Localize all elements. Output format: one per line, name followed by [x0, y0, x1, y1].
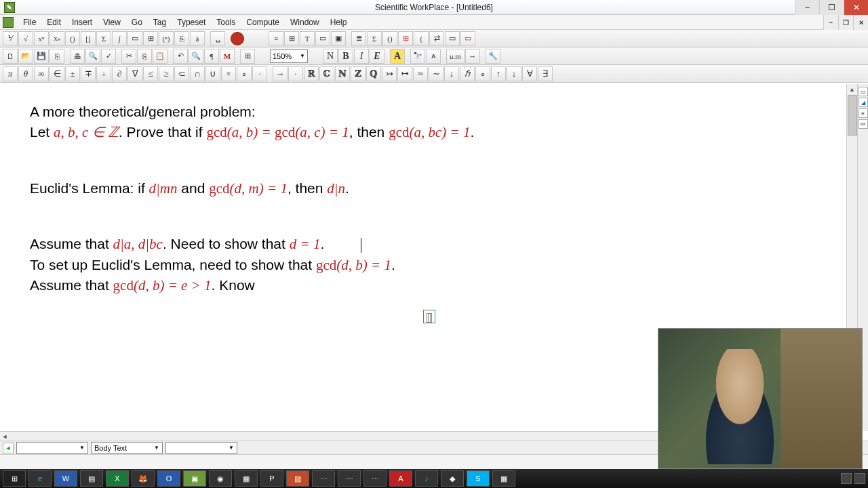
- taskbar-app4[interactable]: ⋯: [338, 470, 361, 487]
- menu-help[interactable]: Help: [325, 16, 353, 29]
- math-toggle-button[interactable]: M: [220, 49, 235, 64]
- taskbar-app6[interactable]: ◆: [441, 470, 464, 487]
- infinity-button[interactable]: ∞: [34, 66, 49, 81]
- scroll-up-icon[interactable]: ▲: [847, 84, 857, 95]
- cap-button[interactable]: ∩: [190, 66, 205, 81]
- uparrow-button[interactable]: ↑: [491, 66, 506, 81]
- binoculars-icon[interactable]: 🔭: [410, 49, 425, 64]
- binom-button[interactable]: (ⁿ): [159, 31, 174, 46]
- zoom-select[interactable]: 150% ▼: [270, 49, 308, 63]
- view-normal-icon[interactable]: ▭: [859, 87, 868, 96]
- divide-button[interactable]: ÷: [96, 66, 111, 81]
- exists-button[interactable]: ∃: [538, 66, 553, 81]
- theta-button[interactable]: θ: [18, 66, 33, 81]
- symbol-a-button[interactable]: ᴀ: [426, 49, 441, 64]
- to-button[interactable]: →: [273, 66, 288, 81]
- space-button[interactable]: ␣: [210, 31, 225, 46]
- menu-tag[interactable]: Tag: [148, 16, 172, 29]
- spell-button[interactable]: ✓: [101, 49, 116, 64]
- rationals-button[interactable]: ℚ: [366, 66, 381, 81]
- tray-icon[interactable]: [841, 473, 852, 484]
- find-button[interactable]: 🔍: [189, 49, 203, 64]
- integers-button[interactable]: ℤ: [351, 66, 366, 81]
- stop-button[interactable]: [231, 32, 244, 45]
- nabla-button[interactable]: ∇: [127, 66, 142, 81]
- subset-button[interactable]: ⊂: [174, 66, 189, 81]
- new-button[interactable]: 🗋: [3, 49, 18, 64]
- paragraph-tag-select[interactable]: Body Text▼: [91, 442, 163, 454]
- dot-button[interactable]: ·: [288, 66, 303, 81]
- sim-button[interactable]: ∼: [429, 66, 443, 81]
- taskbar-acrobat[interactable]: A: [389, 470, 412, 487]
- brackets-button[interactable]: []: [81, 31, 96, 46]
- align-left-icon[interactable]: ≣: [351, 31, 366, 46]
- view-draft-icon[interactable]: ≡: [859, 108, 868, 118]
- normal-font-button[interactable]: N: [323, 49, 338, 64]
- sum-button[interactable]: Σ: [96, 31, 111, 46]
- bigop-button[interactable]: Σ: [367, 31, 382, 46]
- taskbar-ie[interactable]: e: [28, 470, 52, 487]
- system-tray[interactable]: [841, 473, 865, 484]
- delim-button[interactable]: (): [382, 31, 397, 46]
- decoration-button[interactable]: â: [190, 31, 205, 46]
- downarrow-button[interactable]: ↓: [507, 66, 521, 81]
- cup-button[interactable]: ∪: [205, 66, 220, 81]
- down-button[interactable]: ↓: [444, 66, 459, 81]
- scroll-thumb[interactable]: [848, 95, 857, 136]
- forall-button[interactable]: ∀: [522, 66, 537, 81]
- label-button[interactable]: ⎘: [174, 31, 189, 46]
- cases-button[interactable]: {: [414, 31, 429, 46]
- tools-icon[interactable]: 🔧: [486, 49, 500, 64]
- text-tag-select[interactable]: ▼: [165, 442, 237, 454]
- table-insert-button[interactable]: ⊞: [240, 49, 255, 64]
- approx-button[interactable]: ≈: [413, 66, 428, 81]
- menu-edit[interactable]: Edit: [41, 16, 66, 29]
- unit-button[interactable]: u.m: [446, 49, 465, 64]
- bold-button[interactable]: B: [338, 49, 353, 64]
- table-button[interactable]: ⊞: [284, 31, 299, 46]
- taskbar-chrome[interactable]: ◉: [209, 470, 232, 487]
- view-page-icon[interactable]: ◢: [859, 98, 868, 107]
- pi-button[interactable]: π: [3, 66, 18, 81]
- taskbar-explorer[interactable]: ▤: [80, 470, 103, 487]
- taskbar-app3[interactable]: ⋯: [312, 470, 335, 487]
- taskbar-app7[interactable]: ▦: [492, 470, 515, 487]
- display-button[interactable]: ▭: [127, 31, 142, 46]
- taskbar-app1[interactable]: ▦: [235, 470, 258, 487]
- taskbar-word[interactable]: W: [54, 470, 77, 487]
- plusminus-button[interactable]: ±: [65, 66, 80, 81]
- hspace-button[interactable]: ↔: [465, 49, 480, 64]
- copy-button[interactable]: ⎘: [137, 49, 152, 64]
- taskbar-firefox[interactable]: 🦊: [132, 470, 155, 487]
- element-button[interactable]: ∈: [50, 66, 64, 81]
- cdot-button[interactable]: ·: [252, 66, 267, 81]
- saveall-button[interactable]: ⎘: [50, 49, 64, 64]
- italic-button[interactable]: I: [354, 49, 369, 64]
- close-button[interactable]: ✕: [844, 0, 868, 15]
- minusplus-button[interactable]: ∓: [81, 66, 96, 81]
- partial-button[interactable]: ∂: [112, 66, 127, 81]
- menu-view[interactable]: View: [98, 16, 126, 29]
- tag-nav-icon[interactable]: ◄: [3, 443, 14, 453]
- taskbar-ppt[interactable]: ▧: [286, 470, 309, 487]
- maximize-button[interactable]: ☐: [819, 0, 844, 15]
- inj-button[interactable]: ↣: [382, 66, 397, 81]
- open-button[interactable]: 📂: [18, 49, 33, 64]
- mdi-restore[interactable]: ❐: [838, 15, 853, 30]
- hat-button[interactable]: ▭: [445, 31, 460, 46]
- highlight-button[interactable]: A: [390, 49, 405, 64]
- save-button[interactable]: 💾: [34, 49, 49, 64]
- subscript-button[interactable]: xₙ: [50, 31, 64, 46]
- menu-window[interactable]: Window: [285, 16, 325, 29]
- taskbar-app2[interactable]: P: [260, 470, 283, 487]
- menu-file[interactable]: File: [18, 16, 41, 29]
- print-button[interactable]: 🖶: [70, 49, 85, 64]
- leq-button[interactable]: ≤: [143, 66, 158, 81]
- showmarks-button[interactable]: ¶: [204, 49, 219, 64]
- taskbar-skype[interactable]: S: [467, 470, 490, 487]
- mdi-minimize[interactable]: −: [823, 15, 838, 30]
- reals-button[interactable]: ℝ: [304, 66, 319, 81]
- taskbar-spotify[interactable]: ♪: [415, 470, 438, 487]
- ring-button[interactable]: ∘: [475, 66, 490, 81]
- scroll-left-icon[interactable]: ◄: [0, 432, 9, 441]
